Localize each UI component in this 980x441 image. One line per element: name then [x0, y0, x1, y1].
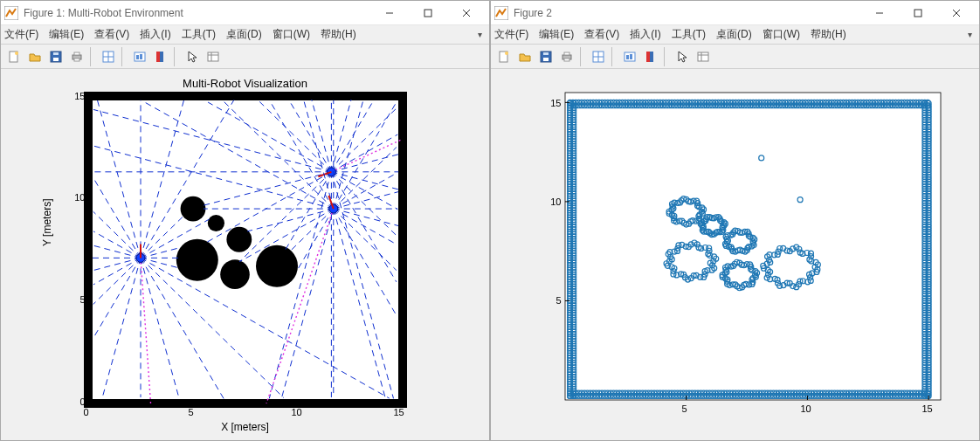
save-button[interactable]: [46, 47, 66, 66]
toolbar-separator: [580, 47, 585, 66]
svg-point-27: [207, 214, 224, 231]
link-button[interactable]: [620, 47, 639, 66]
maximize-button[interactable]: [409, 1, 447, 25]
svg-point-6: [15, 52, 18, 55]
data-cursor-button[interactable]: [589, 47, 608, 66]
menu-view[interactable]: 查看(V): [584, 27, 619, 42]
ytick: 10: [71, 192, 86, 203]
ytick: 10: [547, 196, 562, 207]
print-icon: [560, 50, 574, 64]
svg-rect-12: [74, 59, 79, 61]
svg-rect-145: [565, 93, 941, 400]
xtick: 10: [292, 407, 302, 417]
minimize-icon: [875, 9, 884, 17]
menu-view[interactable]: 查看(V): [94, 27, 129, 42]
svg-rect-8: [53, 58, 59, 61]
xtick: 5: [682, 403, 687, 414]
data-cursor-button[interactable]: [99, 47, 118, 66]
menu-edit[interactable]: 编辑(E): [539, 27, 574, 42]
svg-rect-142: [698, 52, 708, 61]
toolbar-separator: [174, 47, 179, 66]
chart-svg-2: [521, 80, 949, 430]
menu-help[interactable]: 帮助(H): [321, 27, 356, 42]
save-icon: [539, 50, 553, 64]
minimize-button[interactable]: [370, 1, 409, 25]
maximize-button[interactable]: [899, 1, 937, 25]
svg-rect-21: [208, 52, 218, 61]
menu-file[interactable]: 文件(F): [494, 27, 528, 42]
xtick: 15: [922, 403, 933, 414]
toolbar-separator: [121, 47, 127, 66]
inspect-button[interactable]: [694, 47, 713, 66]
new-file-button[interactable]: [4, 47, 24, 66]
open-icon: [518, 50, 532, 64]
svg-rect-2: [424, 10, 431, 17]
svg-rect-138: [626, 55, 629, 59]
close-icon: [952, 9, 961, 17]
svg-rect-139: [630, 54, 632, 59]
matlab-figure-icon: [494, 6, 508, 20]
new-file-button[interactable]: [494, 47, 514, 66]
xtick: 0: [84, 407, 89, 417]
menu-overflow-icon[interactable]: ▾: [968, 30, 972, 39]
ytick: 5: [551, 295, 562, 306]
svg-rect-141: [650, 52, 653, 62]
colorbar-button[interactable]: [151, 47, 170, 66]
titlebar[interactable]: Figure 1: Multi-Robot Environment: [1, 1, 489, 25]
menu-desktop[interactable]: 桌面(D): [226, 27, 262, 42]
ytick: 15: [71, 91, 86, 101]
inspect-icon: [696, 50, 710, 64]
titlebar[interactable]: Figure 2: [491, 1, 979, 25]
data-cursor-icon: [101, 50, 115, 64]
pointer-button[interactable]: [183, 47, 202, 66]
figure1-window: Figure 1: Multi-Robot Environment 文件(F) …: [0, 0, 490, 441]
inspect-button[interactable]: [204, 47, 223, 66]
link-button[interactable]: [130, 47, 149, 66]
toolbar: [1, 45, 489, 69]
svg-rect-18: [140, 54, 142, 59]
pointer-icon: [675, 50, 689, 64]
new-file-icon: [7, 50, 21, 64]
menu-tools[interactable]: 工具(T): [182, 27, 216, 42]
menu-window[interactable]: 窗口(W): [763, 27, 800, 42]
toolbar-separator: [611, 47, 617, 66]
minimize-button[interactable]: [860, 1, 899, 25]
axes-fig1[interactable]: Multi-Robot Visualization 0 5 10 15 0 5 …: [36, 80, 455, 430]
colorbar-icon: [644, 50, 658, 64]
ytick: 15: [547, 98, 562, 108]
maximize-icon: [914, 9, 922, 17]
menubar: 文件(F) 编辑(E) 查看(V) 插入(I) 工具(T) 桌面(D) 窗口(W…: [491, 25, 979, 45]
new-file-icon: [497, 50, 511, 64]
menu-help[interactable]: 帮助(H): [811, 27, 846, 42]
toolbar: [491, 45, 979, 69]
menu-insert[interactable]: 插入(I): [630, 27, 660, 42]
print-icon: [70, 50, 84, 64]
menu-edit[interactable]: 编辑(E): [49, 27, 84, 42]
svg-rect-123: [914, 10, 921, 17]
svg-point-30: [220, 259, 250, 289]
menu-tools[interactable]: 工具(T): [672, 27, 706, 42]
close-icon: [462, 9, 471, 17]
menu-file[interactable]: 文件(F): [4, 27, 38, 42]
print-button[interactable]: [557, 47, 576, 66]
menu-insert[interactable]: 插入(I): [140, 27, 170, 42]
open-button[interactable]: [25, 47, 45, 66]
menu-overflow-icon[interactable]: ▾: [478, 30, 482, 39]
plot-area: Multi-Robot Visualization 0 5 10 15 0 5 …: [1, 69, 489, 440]
pointer-button[interactable]: [673, 47, 692, 66]
open-button[interactable]: [515, 47, 535, 66]
plot-area: 5 10 15 5 10 15: [491, 69, 979, 440]
menu-desktop[interactable]: 桌面(D): [716, 27, 752, 42]
menubar: 文件(F) 编辑(E) 查看(V) 插入(I) 工具(T) 桌面(D) 窗口(W…: [1, 25, 489, 45]
svg-rect-133: [564, 59, 569, 61]
close-button[interactable]: [937, 1, 976, 25]
close-button[interactable]: [447, 1, 486, 25]
axes-fig2[interactable]: 5 10 15 5 10 15: [521, 80, 949, 430]
colorbar-button[interactable]: [641, 47, 660, 66]
xtick: 15: [394, 407, 404, 417]
save-button[interactable]: [536, 47, 556, 66]
maximize-icon: [424, 9, 432, 17]
menu-window[interactable]: 窗口(W): [273, 27, 310, 42]
print-button[interactable]: [67, 47, 86, 66]
svg-point-28: [226, 226, 252, 252]
